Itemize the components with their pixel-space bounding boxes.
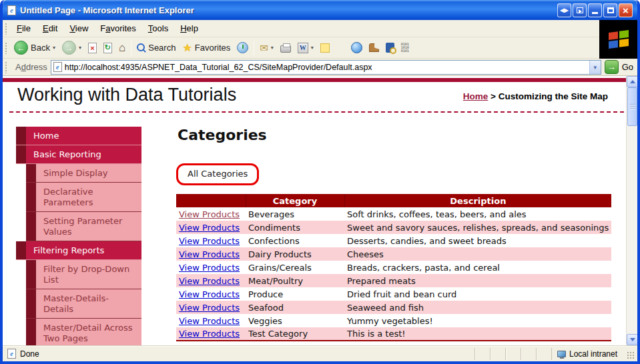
minimize-button[interactable]: [588, 3, 602, 17]
go-button[interactable]: →: [605, 60, 619, 74]
binary-code-icon: 0101 1010 0101: [401, 43, 409, 53]
menu-item-file[interactable]: File: [11, 21, 37, 36]
note-icon: [320, 43, 330, 53]
forward-dropdown-icon[interactable]: ▾: [79, 45, 81, 51]
all-categories-annotation: All Categories: [176, 163, 259, 185]
view-products-link[interactable]: View Products: [179, 263, 240, 273]
menu-item-edit[interactable]: Edit: [37, 21, 63, 36]
stop-button[interactable]: ×: [85, 41, 100, 55]
pop-out-icon: [577, 7, 583, 13]
messenger-button[interactable]: [348, 41, 366, 55]
mail-button[interactable]: ✉ ▾: [256, 41, 277, 55]
sidebar-item-label: Setting Parameter Values: [36, 212, 141, 241]
home-icon: ⌂: [119, 41, 125, 55]
category-cell: Test Category: [246, 327, 344, 341]
sidebar-item-master-detail-across-two-pages[interactable]: Master/Detail Across Two Pages: [26, 319, 141, 345]
nav-strip: [26, 289, 36, 318]
category-cell: Veggies: [246, 314, 344, 327]
go-label: Go: [622, 62, 633, 72]
url-text[interactable]: http://localhost:4935/ASPNET_Data_Tutori…: [65, 63, 587, 72]
menu-item-help[interactable]: Help: [174, 21, 204, 36]
status-pane: [521, 348, 536, 360]
sidebar-item-home[interactable]: Home: [16, 127, 141, 145]
forward-icon: →: [62, 41, 76, 55]
address-input[interactable]: e http://localhost:4935/ASPNET_Data_Tuto…: [51, 60, 601, 75]
site-title: Working with Data Tutorials: [17, 85, 236, 105]
scrollbar-thumb[interactable]: [627, 87, 637, 126]
table-row: View ProductsSeafoodSeaweed and fish: [176, 301, 611, 314]
menu-item-favorites[interactable]: Favorites: [94, 21, 141, 36]
search-button[interactable]: Search: [133, 41, 179, 54]
print-button[interactable]: [277, 41, 294, 54]
home-button[interactable]: ⌂: [115, 40, 129, 56]
address-bar-grip[interactable]: [5, 61, 7, 73]
mail-dropdown-icon[interactable]: ▾: [271, 45, 274, 51]
vertical-scrollbar[interactable]: [626, 76, 637, 345]
maximize-button[interactable]: [603, 3, 617, 17]
view-products-link[interactable]: View Products: [179, 209, 240, 219]
description-cell: Breads, crackers, pasta, and cereal: [344, 261, 611, 274]
sidebar-item-setting-parameter-values[interactable]: Setting Parameter Values: [26, 212, 141, 241]
view-products-link[interactable]: View Products: [179, 236, 240, 246]
discuss-button[interactable]: [317, 42, 333, 54]
back-dropdown-icon[interactable]: ▾: [53, 45, 55, 51]
back-button[interactable]: ← Back ▾: [11, 39, 59, 56]
research-button[interactable]: [382, 41, 398, 54]
header-accent-bar: [3, 78, 626, 82]
pop-out-button[interactable]: [573, 3, 587, 17]
pan-arrows-button[interactable]: ◀▶: [557, 3, 571, 17]
title-bar[interactable]: e Untitled Page - Microsoft Internet Exp…: [3, 0, 637, 20]
toolbar-grip[interactable]: [5, 42, 7, 54]
all-categories-label[interactable]: All Categories: [188, 169, 248, 179]
view-products-link[interactable]: View Products: [179, 276, 240, 286]
sidebar-item-declarative-parameters[interactable]: Declarative Parameters: [26, 183, 141, 212]
view-products-link[interactable]: View Products: [179, 329, 240, 339]
address-bar: Address e http://localhost:4935/ASPNET_D…: [3, 59, 637, 76]
edit-with-word-button[interactable]: W ▾: [294, 41, 317, 55]
view-products-link[interactable]: View Products: [179, 249, 240, 259]
view-products-link[interactable]: View Products: [179, 223, 240, 233]
page-favicon: e: [53, 62, 62, 72]
menu-item-view[interactable]: View: [63, 21, 94, 36]
breadcrumb-home-link[interactable]: Home: [463, 91, 489, 101]
status-bar: e Done Local intranet: [3, 345, 637, 361]
description-cell: Cheeses: [344, 247, 611, 261]
scroll-up-button[interactable]: [627, 76, 637, 87]
throbber: [599, 20, 637, 59]
sidebar-item-filter-by-drop-down-list[interactable]: Filter by Drop-Down List: [26, 260, 141, 289]
sidebar-item-label: Master/Detail Across Two Pages: [36, 319, 141, 345]
sidebar-item-basic-reporting[interactable]: Basic Reporting: [16, 145, 141, 164]
sidebar-item-label: Home: [26, 127, 63, 145]
scroll-down-button[interactable]: [627, 334, 637, 345]
sidebar-item-master-details-details[interactable]: Master-Details-Details: [26, 289, 141, 319]
menu-item-tools[interactable]: Tools: [142, 21, 174, 36]
view-products-link[interactable]: View Products: [179, 316, 240, 326]
favorites-button[interactable]: ★ Favorites: [179, 40, 234, 55]
go-arrow-icon: →: [607, 62, 616, 72]
address-label: Address: [14, 62, 47, 72]
view-products-link[interactable]: View Products: [179, 289, 240, 299]
menu-bar-grip[interactable]: [5, 23, 7, 35]
close-button[interactable]: ×: [619, 3, 633, 17]
addon-button[interactable]: [366, 42, 382, 53]
history-icon: [237, 42, 248, 53]
forward-button[interactable]: → ▾: [59, 39, 85, 56]
status-message-pane: e Done: [5, 349, 474, 359]
local-intranet-icon: [557, 351, 566, 357]
refresh-button[interactable]: ↻: [100, 41, 115, 55]
search-icon: [137, 43, 145, 52]
word-dropdown-icon[interactable]: ▾: [311, 45, 314, 51]
breadcrumb: Home > Customizing the Site Map: [463, 91, 608, 101]
binary-tool-button[interactable]: 0101 1010 0101: [398, 41, 412, 54]
description-cell: Yummy vegetables!: [344, 314, 611, 327]
toolbar-separator: [254, 41, 254, 55]
nav-strip: [26, 183, 36, 211]
resize-grip[interactable]: [627, 351, 635, 360]
status-pane: [490, 348, 505, 360]
history-button[interactable]: [234, 41, 252, 55]
sidebar-item-simple-display[interactable]: Simple Display: [26, 164, 141, 183]
view-products-link[interactable]: View Products: [179, 303, 240, 313]
address-dropdown-button[interactable]: ▾: [589, 61, 601, 74]
sidebar-item-label: Declarative Parameters: [36, 183, 141, 211]
sidebar-item-filtering-reports[interactable]: Filtering Reports: [16, 241, 141, 260]
